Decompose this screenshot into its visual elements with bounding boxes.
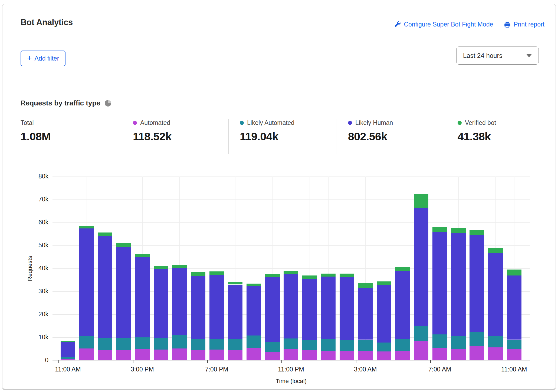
bar-segment-likely-automated[interactable]: [302, 340, 317, 350]
bar-segment-verified-bot[interactable]: [284, 271, 298, 274]
bar-segment-likely-human[interactable]: [432, 232, 447, 334]
bar-segment-likely-human[interactable]: [247, 286, 261, 335]
bar-segment-automated[interactable]: [191, 350, 205, 360]
bar-segment-likely-human[interactable]: [154, 269, 168, 338]
bar-segment-likely-human[interactable]: [191, 276, 205, 339]
bar-segment-automated[interactable]: [209, 350, 224, 360]
bar-segment-automated[interactable]: [228, 350, 242, 360]
bar-segment-likely-automated[interactable]: [284, 338, 298, 349]
bar-segment-verified-bot[interactable]: [488, 248, 503, 253]
bar-segment-likely-automated[interactable]: [451, 336, 466, 349]
bar-segment-likely-human[interactable]: [228, 285, 242, 339]
bar-segment-automated[interactable]: [284, 349, 298, 361]
bar-segment-verified-bot[interactable]: [340, 274, 354, 277]
bar-segment-likely-automated[interactable]: [98, 338, 112, 350]
bar-segment-likely-automated[interactable]: [191, 339, 205, 350]
bar-segment-verified-bot[interactable]: [172, 265, 187, 268]
bar-segment-automated[interactable]: [377, 351, 391, 360]
bar-segment-verified-bot[interactable]: [414, 194, 428, 208]
bar-segment-likely-human[interactable]: [470, 235, 484, 332]
bar-segment-automated[interactable]: [470, 346, 484, 360]
time-range-select[interactable]: Last 24 hours: [456, 46, 539, 65]
bar-segment-verified-bot[interactable]: [116, 243, 131, 247]
bar-segment-likely-automated[interactable]: [470, 332, 484, 346]
bar-segment-automated[interactable]: [98, 350, 112, 360]
bar-segment-likely-automated[interactable]: [395, 339, 410, 351]
bar-segment-automated[interactable]: [247, 348, 261, 360]
bar-segment-likely-automated[interactable]: [61, 357, 75, 359]
bar-segment-likely-automated[interactable]: [79, 336, 94, 348]
bar-segment-verified-bot[interactable]: [507, 270, 521, 275]
bar-segment-automated[interactable]: [395, 351, 410, 360]
bar-segment-likely-automated[interactable]: [116, 338, 131, 350]
add-filter-button[interactable]: + Add filter: [21, 51, 65, 66]
bar-segment-likely-human[interactable]: [451, 233, 466, 336]
bar-segment-verified-bot[interactable]: [395, 267, 410, 271]
bar-segment-verified-bot[interactable]: [265, 274, 280, 277]
bar-segment-likely-human[interactable]: [395, 271, 410, 339]
bar-segment-automated[interactable]: [358, 351, 373, 360]
bar-segment-likely-human[interactable]: [265, 277, 280, 342]
bar-segment-likely-human[interactable]: [302, 279, 317, 340]
bar-segment-likely-human[interactable]: [98, 236, 112, 338]
bar-segment-likely-automated[interactable]: [209, 339, 224, 350]
bar-segment-likely-automated[interactable]: [358, 340, 373, 351]
bar-segment-automated[interactable]: [507, 349, 521, 360]
bar-segment-verified-bot[interactable]: [302, 275, 317, 279]
bar-segment-verified-bot[interactable]: [470, 230, 484, 235]
bar-segment-likely-automated[interactable]: [265, 342, 280, 352]
bar-segment-automated[interactable]: [116, 350, 131, 360]
bar-segment-automated[interactable]: [265, 352, 280, 360]
bar-segment-likely-human[interactable]: [507, 275, 521, 340]
bar-segment-verified-bot[interactable]: [377, 281, 391, 285]
bar-segment-likely-automated[interactable]: [154, 338, 168, 350]
bar-segment-likely-automated[interactable]: [321, 339, 336, 351]
bar-segment-automated[interactable]: [414, 341, 428, 360]
bar-segment-verified-bot[interactable]: [191, 272, 205, 276]
bar-segment-likely-automated[interactable]: [340, 340, 354, 351]
bar-segment-likely-human[interactable]: [284, 274, 298, 338]
bar-segment-verified-bot[interactable]: [209, 271, 224, 275]
bar-segment-verified-bot[interactable]: [451, 228, 466, 233]
bar-segment-verified-bot[interactable]: [321, 274, 336, 277]
bar-segment-likely-automated[interactable]: [507, 340, 521, 350]
bar-segment-likely-human[interactable]: [61, 342, 75, 357]
bar-segment-likely-human[interactable]: [321, 277, 336, 339]
bar-segment-verified-bot[interactable]: [79, 226, 94, 228]
print-report-link[interactable]: Print report: [504, 21, 544, 28]
bar-segment-likely-automated[interactable]: [432, 334, 447, 348]
bar-segment-likely-automated[interactable]: [488, 336, 503, 347]
bar-segment-automated[interactable]: [79, 348, 94, 360]
bar-segment-likely-automated[interactable]: [135, 337, 150, 349]
bar-segment-automated[interactable]: [340, 351, 354, 360]
bar-segment-automated[interactable]: [488, 347, 503, 360]
bar-segment-automated[interactable]: [61, 359, 75, 360]
bar-segment-likely-human[interactable]: [79, 228, 94, 336]
bar-segment-likely-human[interactable]: [340, 277, 354, 340]
bar-segment-likely-automated[interactable]: [377, 343, 391, 351]
bar-segment-verified-bot[interactable]: [135, 254, 150, 257]
configure-super-bot-fight-mode-link[interactable]: Configure Super Bot Fight Mode: [394, 21, 493, 28]
bar-segment-likely-human[interactable]: [488, 253, 503, 336]
bar-segment-verified-bot[interactable]: [228, 282, 242, 284]
bar-segment-verified-bot[interactable]: [432, 227, 447, 232]
bar-segment-likely-automated[interactable]: [172, 335, 187, 348]
bar-segment-likely-automated[interactable]: [414, 326, 428, 341]
bar-segment-verified-bot[interactable]: [61, 341, 75, 342]
bar-segment-verified-bot[interactable]: [358, 283, 373, 288]
bar-segment-likely-human[interactable]: [377, 285, 391, 343]
bar-segment-automated[interactable]: [135, 349, 150, 360]
bar-segment-likely-human[interactable]: [414, 208, 428, 326]
bar-segment-verified-bot[interactable]: [247, 284, 261, 286]
bar-segment-verified-bot[interactable]: [98, 232, 112, 236]
bar-segment-automated[interactable]: [451, 349, 466, 360]
bar-segment-automated[interactable]: [321, 351, 336, 360]
bar-segment-automated[interactable]: [302, 350, 317, 360]
bar-segment-automated[interactable]: [432, 348, 447, 360]
bar-segment-verified-bot[interactable]: [154, 266, 168, 269]
bar-segment-likely-human[interactable]: [209, 275, 224, 339]
bar-segment-likely-automated[interactable]: [228, 339, 242, 350]
bar-segment-likely-human[interactable]: [116, 247, 131, 338]
bar-segment-likely-automated[interactable]: [247, 335, 261, 348]
bar-segment-likely-human[interactable]: [172, 268, 187, 335]
